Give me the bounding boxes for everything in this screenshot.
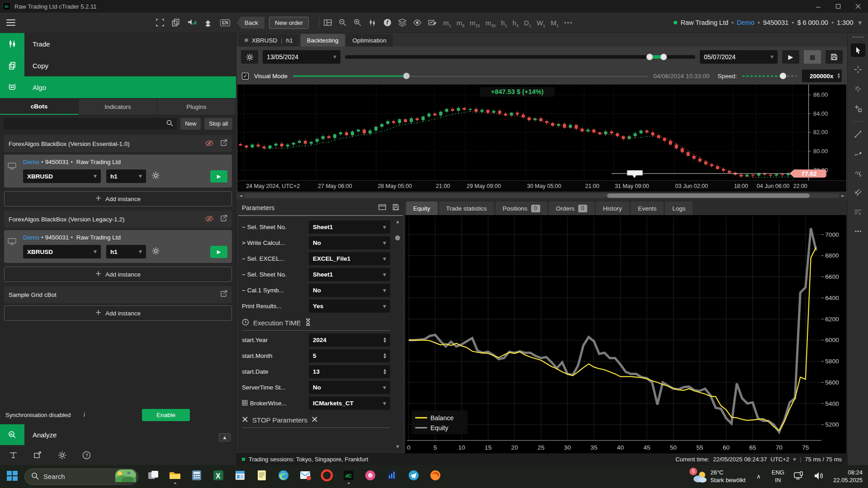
parameter-dropdown[interactable]: No▼ [309, 236, 390, 249]
taskbar-search[interactable]: Search [24, 469, 138, 485]
tab-backtesting[interactable]: Backtesting [301, 34, 345, 47]
parameter-dropdown[interactable]: EXCEL_File1▼ [309, 252, 390, 265]
more-timeframes-icon[interactable]: ••• [564, 19, 573, 26]
tab-indicators[interactable]: Indicators [79, 99, 157, 115]
settings-gear-icon[interactable] [58, 451, 66, 460]
menu-icon[interactable] [6, 19, 15, 26]
speed-slider[interactable] [742, 72, 797, 80]
sidebar-item-algo[interactable]: Algo [0, 76, 236, 98]
sidebar-item-trade[interactable]: Trade [0, 33, 236, 55]
speed-slider-thumb[interactable] [780, 73, 786, 79]
instance-symbol-select[interactable]: XBRUSD▼ [23, 245, 101, 258]
share-icon[interactable] [220, 290, 227, 299]
language-switcher[interactable]: ENG IN [772, 469, 784, 484]
candle-chart[interactable]: 86.0084.0082.0080.0078.0077.62+847.53 $ … [237, 84, 846, 180]
timeframe-h4[interactable]: h4 [513, 19, 519, 27]
language-badge[interactable]: EN [220, 19, 230, 26]
save-report-button[interactable] [826, 50, 843, 64]
visual-progress-slider[interactable] [293, 72, 648, 80]
stop-all-button[interactable]: Stop all [204, 118, 232, 130]
hidden-eye-icon[interactable] [205, 215, 213, 224]
cbot-instance[interactable]: Demo•9450031• Raw Trading LtdXBRUSD▼h1▼▶ [4, 230, 232, 263]
start-button[interactable] [5, 469, 19, 484]
share-icon[interactable] [220, 215, 227, 224]
instance-settings-gear-icon[interactable] [151, 247, 160, 257]
taskbar-app-mail[interactable] [297, 468, 313, 486]
new-cbot-button[interactable]: New [180, 118, 201, 130]
save-parameters-icon[interactable] [392, 204, 399, 212]
cbot-group-header[interactable]: ForexAlgos BlackBox (Version Essential-1… [4, 135, 232, 152]
tab-cbots[interactable]: cBots [0, 99, 79, 115]
open-parameters-icon[interactable] [378, 204, 386, 212]
tab-equity[interactable]: Equity [406, 202, 438, 215]
cursor-tool-icon[interactable] [851, 43, 865, 57]
zoom-out-icon[interactable] [339, 19, 347, 27]
toolbar-drag-handle[interactable] [853, 37, 863, 38]
tab-events[interactable]: Events [631, 202, 664, 215]
timeframe-m1[interactable]: m1 [443, 19, 451, 27]
instance-symbol-select[interactable]: XBRUSD▼ [23, 169, 101, 183]
backtest-progress-bar[interactable] [345, 55, 695, 59]
tab-positions[interactable]: Positions0 [495, 202, 547, 215]
help-icon[interactable]: ? [82, 451, 91, 460]
chart-settings-icon[interactable] [428, 19, 437, 27]
equity-chart[interactable]: 7000680066006400620060005800560054005200… [405, 215, 846, 453]
new-window-icon[interactable] [33, 451, 42, 459]
start-date-select[interactable]: 13/05/2024▼ [263, 50, 340, 64]
anchor-tool-icon[interactable] [851, 102, 865, 115]
instance-settings-gear-icon[interactable] [151, 171, 160, 181]
timeframe-m5[interactable]: m5 [457, 19, 465, 27]
add-instance-button[interactable]: Add instance [4, 267, 232, 282]
tab-logs[interactable]: Logs [665, 202, 693, 215]
scrollbar-thumb[interactable] [607, 193, 810, 198]
fibonacci-tool-icon[interactable]: F [851, 205, 865, 219]
parameter-stepper[interactable]: 2024▲▼ [309, 333, 390, 347]
taskbar-app-calculator[interactable] [189, 468, 204, 486]
parameter-dropdown[interactable]: ICMarkets_CT▼ [309, 397, 390, 410]
parameter-stepper[interactable]: 13▲▼ [309, 365, 390, 378]
elliott-wave-tool-icon[interactable]: E [851, 166, 865, 180]
sidebar-item-analyze[interactable]: Analyze [0, 424, 236, 445]
taskbar-app-task-view[interactable] [146, 468, 161, 486]
trendline-tool-icon[interactable] [851, 127, 865, 141]
more-tools-icon[interactable] [851, 225, 865, 238]
timeframe-h1[interactable]: h1 [501, 19, 507, 27]
visual-mode-checkbox[interactable]: ✓ [242, 73, 249, 80]
plugins-icon[interactable] [204, 19, 212, 27]
parameter-dropdown[interactable]: Sheet1▼ [309, 221, 390, 234]
scroll-right-icon[interactable]: ► [841, 193, 844, 198]
channel-tool-icon[interactable] [851, 186, 865, 199]
timeframe-m30[interactable]: m30 [486, 19, 496, 27]
taskbar-app-opera[interactable] [319, 468, 335, 486]
search-highlight-image[interactable] [115, 469, 136, 483]
visual-slider-thumb[interactable] [403, 73, 410, 79]
progress-handle-start[interactable] [646, 54, 653, 61]
new-order-button[interactable]: New order [269, 17, 309, 29]
parameter-dropdown[interactable]: No▼ [309, 381, 390, 394]
indicators-icon[interactable]: f [383, 19, 392, 27]
end-date-select[interactable]: 05/07/2024▼ [700, 50, 778, 64]
play-backtest-button[interactable]: ▶ [782, 50, 799, 64]
progress-handle-end[interactable] [660, 54, 667, 61]
add-instance-button[interactable]: Add instance [4, 305, 232, 321]
taskbar-app-telegram[interactable] [406, 468, 421, 486]
parameters-scrollbar[interactable]: ▲ ▼ [395, 220, 401, 449]
tab-trade-statistics[interactable]: Trade statistics [439, 202, 494, 215]
chart-layout-icon[interactable] [324, 19, 332, 27]
visibility-icon[interactable] [413, 19, 421, 27]
cbot-instance[interactable]: Demo•9450031• Raw Trading LtdXBRUSD▼h1▼▶ [4, 155, 232, 188]
taskbar-clock[interactable]: 08:24 22.05.2025 [833, 469, 863, 484]
enable-sync-button[interactable]: Enable [142, 409, 190, 421]
instance-timeframe-select[interactable]: h1▼ [106, 245, 146, 258]
sidebar-scroll-up-button[interactable]: ▲ [219, 433, 231, 441]
timeframe-m15[interactable]: m15 [470, 19, 480, 27]
hidden-eye-icon[interactable] [205, 140, 213, 148]
timeframe-M1[interactable]: M1 [551, 19, 559, 27]
cbot-group-header[interactable]: Sample Grid cBot [4, 286, 232, 303]
taskbar-app-excel[interactable]: X [211, 468, 226, 486]
parameter-dropdown[interactable]: Sheet1▼ [309, 268, 390, 281]
tab-history[interactable]: History [596, 202, 629, 215]
parameter-dropdown[interactable]: No▼ [309, 284, 390, 297]
taskbar-app-firefox[interactable] [428, 468, 443, 486]
chart-scrollbar[interactable]: ◄ ► [237, 192, 846, 199]
